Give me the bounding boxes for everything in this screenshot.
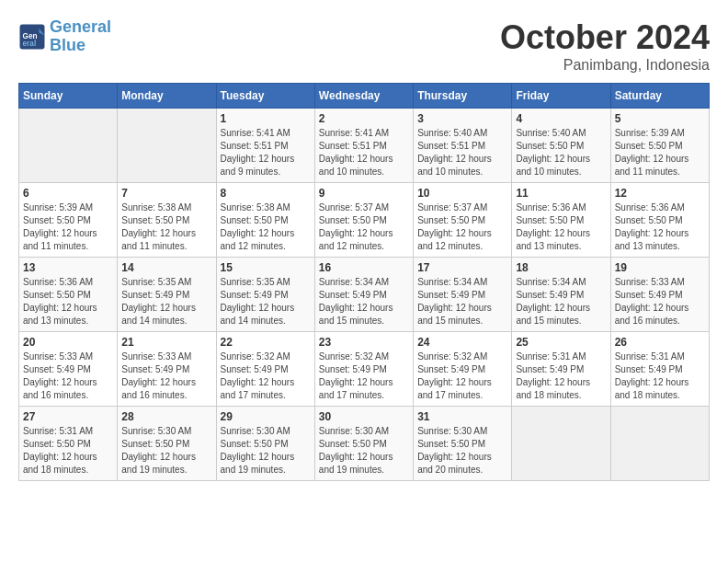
- day-number: 11: [516, 187, 606, 200]
- calendar-cell: 11Sunrise: 5:36 AMSunset: 5:50 PMDayligh…: [512, 183, 610, 258]
- day-info: Sunrise: 5:39 AMSunset: 5:50 PMDaylight:…: [23, 201, 113, 253]
- day-info: Sunrise: 5:30 AMSunset: 5:50 PMDaylight:…: [121, 425, 211, 477]
- calendar-cell: 3Sunrise: 5:40 AMSunset: 5:51 PMDaylight…: [414, 109, 512, 183]
- logo-icon: Gen eral: [18, 23, 46, 51]
- calendar-cell: 15Sunrise: 5:35 AMSunset: 5:49 PMDayligh…: [216, 258, 314, 332]
- calendar-cell: 5Sunrise: 5:39 AMSunset: 5:50 PMDaylight…: [610, 109, 709, 183]
- day-number: 22: [221, 336, 311, 349]
- calendar-cell: 2Sunrise: 5:41 AMSunset: 5:51 PMDaylight…: [314, 109, 413, 183]
- day-number: 16: [319, 261, 409, 274]
- day-info: Sunrise: 5:36 AMSunset: 5:50 PMDaylight:…: [23, 276, 113, 327]
- calendar-cell: 21Sunrise: 5:33 AMSunset: 5:49 PMDayligh…: [118, 332, 216, 407]
- calendar-week-row: 1Sunrise: 5:41 AMSunset: 5:51 PMDaylight…: [19, 109, 710, 183]
- location-subtitle: Panimbang, Indonesia: [500, 57, 710, 74]
- logo: Gen eral General Blue: [18, 18, 111, 55]
- calendar-cell: 6Sunrise: 5:39 AMSunset: 5:50 PMDaylight…: [19, 183, 118, 258]
- weekday-header-wednesday: Wednesday: [314, 84, 413, 109]
- logo-line1: General: [50, 17, 111, 36]
- calendar-cell: 9Sunrise: 5:37 AMSunset: 5:50 PMDaylight…: [314, 183, 413, 258]
- day-info: Sunrise: 5:31 AMSunset: 5:49 PMDaylight:…: [615, 350, 705, 402]
- calendar-week-row: 13Sunrise: 5:36 AMSunset: 5:50 PMDayligh…: [19, 258, 710, 332]
- day-number: 5: [615, 112, 705, 125]
- calendar-cell: [19, 109, 118, 183]
- calendar-table: SundayMondayTuesdayWednesdayThursdayFrid…: [18, 83, 710, 481]
- day-number: 8: [221, 187, 311, 200]
- title-block: October 2024 Panimbang, Indonesia: [500, 18, 710, 74]
- day-info: Sunrise: 5:34 AMSunset: 5:49 PMDaylight:…: [516, 276, 606, 327]
- day-number: 1: [221, 112, 311, 125]
- month-title: October 2024: [500, 18, 710, 57]
- day-number: 3: [417, 112, 507, 125]
- day-info: Sunrise: 5:33 AMSunset: 5:49 PMDaylight:…: [615, 276, 705, 327]
- day-number: 20: [23, 336, 113, 349]
- day-info: Sunrise: 5:38 AMSunset: 5:50 PMDaylight:…: [121, 201, 211, 253]
- calendar-cell: 14Sunrise: 5:35 AMSunset: 5:49 PMDayligh…: [118, 258, 216, 332]
- day-number: 24: [417, 336, 507, 349]
- calendar-week-row: 20Sunrise: 5:33 AMSunset: 5:49 PMDayligh…: [19, 332, 710, 407]
- day-info: Sunrise: 5:40 AMSunset: 5:50 PMDaylight:…: [516, 127, 606, 178]
- weekday-header-sunday: Sunday: [19, 84, 118, 109]
- day-info: Sunrise: 5:41 AMSunset: 5:51 PMDaylight:…: [319, 127, 409, 178]
- weekday-header-tuesday: Tuesday: [216, 84, 314, 109]
- page-header: Gen eral General Blue October 2024 Panim…: [18, 18, 710, 74]
- calendar-cell: 23Sunrise: 5:32 AMSunset: 5:49 PMDayligh…: [314, 332, 413, 407]
- calendar-cell: 8Sunrise: 5:38 AMSunset: 5:50 PMDaylight…: [216, 183, 314, 258]
- svg-text:eral: eral: [23, 40, 37, 48]
- day-info: Sunrise: 5:30 AMSunset: 5:50 PMDaylight:…: [221, 425, 311, 477]
- day-info: Sunrise: 5:32 AMSunset: 5:49 PMDaylight:…: [221, 350, 311, 402]
- calendar-cell: 4Sunrise: 5:40 AMSunset: 5:50 PMDaylight…: [512, 109, 610, 183]
- day-info: Sunrise: 5:38 AMSunset: 5:50 PMDaylight:…: [221, 201, 311, 253]
- day-info: Sunrise: 5:34 AMSunset: 5:49 PMDaylight:…: [417, 276, 507, 327]
- weekday-header-monday: Monday: [118, 84, 216, 109]
- day-number: 9: [319, 187, 409, 200]
- calendar-cell: 13Sunrise: 5:36 AMSunset: 5:50 PMDayligh…: [19, 258, 118, 332]
- day-info: Sunrise: 5:34 AMSunset: 5:49 PMDaylight:…: [319, 276, 409, 327]
- calendar-cell: 31Sunrise: 5:30 AMSunset: 5:50 PMDayligh…: [414, 407, 512, 481]
- day-info: Sunrise: 5:33 AMSunset: 5:49 PMDaylight:…: [23, 350, 113, 402]
- day-number: 21: [121, 336, 211, 349]
- calendar-week-row: 6Sunrise: 5:39 AMSunset: 5:50 PMDaylight…: [19, 183, 710, 258]
- day-number: 25: [516, 336, 606, 349]
- day-number: 13: [23, 261, 113, 274]
- calendar-cell: 17Sunrise: 5:34 AMSunset: 5:49 PMDayligh…: [414, 258, 512, 332]
- day-number: 15: [221, 261, 311, 274]
- day-number: 30: [319, 410, 409, 423]
- calendar-cell: [118, 109, 216, 183]
- day-info: Sunrise: 5:30 AMSunset: 5:50 PMDaylight:…: [417, 425, 507, 477]
- day-number: 6: [23, 187, 113, 200]
- calendar-cell: 20Sunrise: 5:33 AMSunset: 5:49 PMDayligh…: [19, 332, 118, 407]
- calendar-cell: 29Sunrise: 5:30 AMSunset: 5:50 PMDayligh…: [216, 407, 314, 481]
- day-info: Sunrise: 5:39 AMSunset: 5:50 PMDaylight:…: [615, 127, 705, 178]
- day-number: 7: [121, 187, 211, 200]
- day-info: Sunrise: 5:36 AMSunset: 5:50 PMDaylight:…: [516, 201, 606, 253]
- calendar-cell: [512, 407, 610, 481]
- calendar-cell: 25Sunrise: 5:31 AMSunset: 5:49 PMDayligh…: [512, 332, 610, 407]
- calendar-cell: 22Sunrise: 5:32 AMSunset: 5:49 PMDayligh…: [216, 332, 314, 407]
- day-number: 4: [516, 112, 606, 125]
- day-number: 29: [221, 410, 311, 423]
- day-info: Sunrise: 5:32 AMSunset: 5:49 PMDaylight:…: [319, 350, 409, 402]
- calendar-cell: 26Sunrise: 5:31 AMSunset: 5:49 PMDayligh…: [610, 332, 709, 407]
- day-number: 26: [615, 336, 705, 349]
- day-info: Sunrise: 5:35 AMSunset: 5:49 PMDaylight:…: [221, 276, 311, 327]
- day-info: Sunrise: 5:37 AMSunset: 5:50 PMDaylight:…: [417, 201, 507, 253]
- calendar-cell: 19Sunrise: 5:33 AMSunset: 5:49 PMDayligh…: [610, 258, 709, 332]
- day-info: Sunrise: 5:41 AMSunset: 5:51 PMDaylight:…: [221, 127, 311, 178]
- calendar-cell: 30Sunrise: 5:30 AMSunset: 5:50 PMDayligh…: [314, 407, 413, 481]
- day-number: 18: [516, 261, 606, 274]
- logo-text: General Blue: [50, 18, 111, 55]
- calendar-cell: [610, 407, 709, 481]
- day-info: Sunrise: 5:40 AMSunset: 5:51 PMDaylight:…: [417, 127, 507, 178]
- calendar-cell: 12Sunrise: 5:36 AMSunset: 5:50 PMDayligh…: [610, 183, 709, 258]
- calendar-cell: 28Sunrise: 5:30 AMSunset: 5:50 PMDayligh…: [118, 407, 216, 481]
- day-number: 12: [615, 187, 705, 200]
- weekday-header-row: SundayMondayTuesdayWednesdayThursdayFrid…: [19, 84, 710, 109]
- calendar-cell: 10Sunrise: 5:37 AMSunset: 5:50 PMDayligh…: [414, 183, 512, 258]
- day-info: Sunrise: 5:31 AMSunset: 5:50 PMDaylight:…: [23, 425, 113, 477]
- day-info: Sunrise: 5:33 AMSunset: 5:49 PMDaylight:…: [121, 350, 211, 402]
- weekday-header-thursday: Thursday: [414, 84, 512, 109]
- day-number: 31: [417, 410, 507, 423]
- day-number: 2: [319, 112, 409, 125]
- day-number: 19: [615, 261, 705, 274]
- day-number: 23: [319, 336, 409, 349]
